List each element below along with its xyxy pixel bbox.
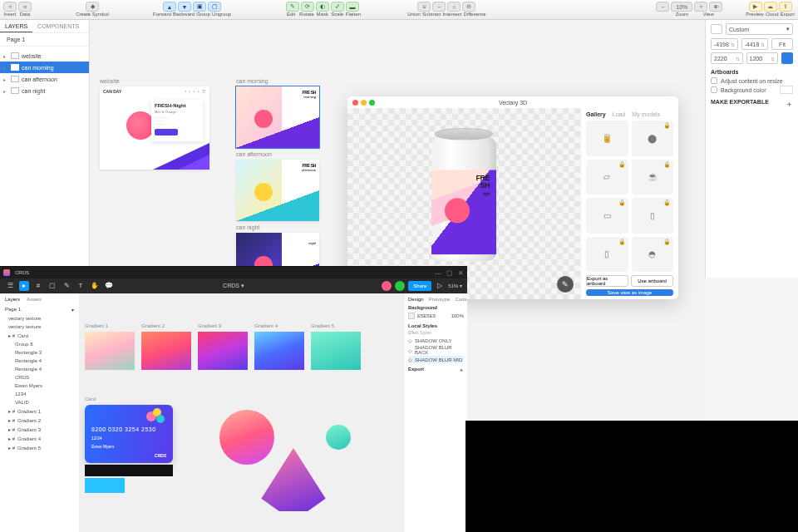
create-symbol-button[interactable]: ◆: [86, 2, 99, 12]
view-button[interactable]: 👁: [709, 2, 722, 12]
frame-label[interactable]: Gradient 5: [311, 323, 334, 328]
frame-label[interactable]: Gradient 1: [85, 323, 108, 328]
layer-can-afternoon[interactable]: ▸can afternoon: [0, 73, 89, 85]
forward-button[interactable]: ▲: [163, 2, 176, 12]
figma-layer[interactable]: vectary texture: [0, 314, 79, 323]
layer-can-morning[interactable]: ▸can morning: [0, 62, 89, 73]
artboard-label-website[interactable]: website: [100, 78, 120, 84]
bg-row[interactable]: E5E5E5100%: [408, 312, 464, 320]
figma-layer[interactable]: Rectangle 4: [0, 357, 79, 365]
figma-layer[interactable]: CRDS: [0, 373, 79, 382]
artboard-label-morning[interactable]: can morning: [236, 78, 268, 84]
frame-label[interactable]: Gradient 4: [254, 323, 278, 328]
figma-doc-title[interactable]: CRDS ▾: [223, 283, 244, 289]
tab-layers[interactable]: LAYERS: [0, 20, 32, 32]
hand-tool[interactable]: ✋: [90, 281, 100, 291]
present-button[interactable]: ▷: [435, 281, 445, 291]
tab-load[interactable]: Load: [613, 111, 626, 117]
figma-layer-card[interactable]: ▸ # Card: [0, 331, 79, 340]
figma-layer[interactable]: 1234: [0, 390, 79, 398]
figma-layer[interactable]: Ewan Myers: [0, 382, 79, 390]
figma-layer[interactable]: ▸ # Gradient 1: [0, 406, 79, 416]
figma-layer[interactable]: Rectangle 3: [0, 348, 79, 357]
avatar-1[interactable]: [382, 281, 392, 291]
gallery-item-can[interactable]: 🥫: [586, 121, 628, 156]
gradient-4[interactable]: [254, 332, 304, 370]
frame-tool[interactable]: #: [33, 281, 43, 291]
tab-components[interactable]: COMPONENTS: [32, 20, 84, 32]
edit-fab-button[interactable]: ✎: [557, 276, 574, 293]
preview-button[interactable]: ▶: [749, 2, 762, 12]
can-3d-model[interactable]: FRE SHnight: [431, 128, 496, 268]
cloud-button[interactable]: ☁: [764, 2, 777, 12]
figma-layer[interactable]: VALID: [0, 398, 79, 406]
artboard-can-morning[interactable]: FRE SH morning: [236, 86, 319, 148]
figma-tab-design[interactable]: Design: [408, 297, 424, 302]
mask-button[interactable]: ◐: [316, 2, 329, 12]
zoom-value[interactable]: 10%: [671, 2, 692, 12]
layer-can-night[interactable]: ▸can night: [0, 85, 89, 96]
gradient-3[interactable]: [198, 332, 248, 370]
frame-label[interactable]: Gradient 2: [141, 323, 165, 328]
figma-file-tab[interactable]: CRDS: [15, 270, 29, 275]
blob-triangle[interactable]: [258, 448, 329, 511]
figma-logo-icon[interactable]: [3, 269, 10, 276]
figma-layer[interactable]: Rectangle 4: [0, 365, 79, 373]
orientation-button[interactable]: [781, 52, 793, 64]
card-blue-rect[interactable]: [85, 478, 125, 493]
artboard-label-afternoon[interactable]: can afternoon: [236, 151, 272, 157]
move-tool[interactable]: ▸: [19, 281, 29, 291]
save-view-button[interactable]: Save view as image: [586, 289, 673, 296]
fit-button[interactable]: Fit: [771, 38, 793, 50]
figma-zoom[interactable]: 51% ▾: [448, 283, 462, 288]
group-button[interactable]: ▣: [193, 2, 206, 12]
frame-label[interactable]: Gradient 3: [198, 323, 221, 328]
figma-tab-prototype[interactable]: Prototype: [429, 297, 451, 302]
figma-page-row[interactable]: Page 1▾: [0, 305, 79, 314]
data-button[interactable]: ≡: [18, 2, 32, 12]
style-row[interactable]: ◇ SHADOW ONLY: [408, 337, 464, 344]
section-exportable[interactable]: MAKE EXPORTABLE＋: [711, 99, 793, 105]
gallery-item-phone[interactable]: 🔒▯: [586, 237, 628, 273]
insert-button[interactable]: ＋: [3, 2, 17, 12]
tab-my-models[interactable]: My models: [632, 111, 660, 117]
section-export[interactable]: Export＋: [408, 367, 464, 372]
text-tool[interactable]: T: [76, 281, 86, 291]
blob-small-circle[interactable]: [326, 425, 351, 450]
responsive-icon[interactable]: [711, 24, 722, 34]
figma-layer[interactable]: vectary texture: [0, 323, 79, 331]
artboard-label-night[interactable]: can night: [236, 224, 259, 230]
subtract-button[interactable]: −: [432, 2, 446, 12]
y-field[interactable]: -4418⇅: [741, 38, 769, 50]
backward-button[interactable]: ▼: [178, 2, 191, 12]
w-field[interactable]: 2220⇅: [711, 52, 743, 64]
ungroup-button[interactable]: ▢: [208, 2, 221, 12]
gallery-item-mug[interactable]: 🔒☕: [632, 160, 674, 195]
shape-tool[interactable]: ▢: [47, 281, 57, 291]
figma-tab-assets[interactable]: Assets: [27, 297, 42, 302]
zoom-out-button[interactable]: −: [656, 2, 669, 12]
scale-button[interactable]: ⤢: [331, 2, 344, 12]
adjust-content-row[interactable]: Adjust content on resize: [711, 77, 793, 84]
gallery-item-disc[interactable]: 🔒⬤: [632, 121, 674, 156]
export-artboard-button[interactable]: Export as artboard: [586, 275, 628, 287]
preset-select[interactable]: Custom▾: [726, 23, 793, 35]
edit-button[interactable]: ✎: [286, 2, 299, 12]
figma-layer[interactable]: ▸ # Gradient 3: [0, 425, 79, 434]
credit-card-frame[interactable]: 8200 0320 3254 2530 12/24 Ewan Myers CRD…: [85, 405, 173, 463]
figma-layer[interactable]: ▸ # Gradient 4: [0, 434, 79, 443]
gradient-2[interactable]: [141, 332, 191, 370]
win-minimize-icon[interactable]: —: [435, 269, 441, 277]
style-row[interactable]: ◇ SHADOW BLUR BACK: [408, 344, 464, 356]
vectary-titlebar[interactable]: Vectary 3D: [347, 96, 678, 108]
frame-label-card[interactable]: Card: [85, 397, 96, 401]
gradient-5[interactable]: [311, 332, 361, 370]
comment-tool[interactable]: 💬: [104, 281, 114, 291]
export-button[interactable]: ⇪: [779, 2, 792, 12]
card-back-strip[interactable]: [85, 465, 173, 476]
layer-website[interactable]: ▸website: [0, 50, 89, 62]
share-button[interactable]: Share: [408, 281, 431, 291]
pen-tool[interactable]: ✎: [62, 281, 71, 291]
style-row-selected[interactable]: ◇ SHADOW BLUR MID: [408, 356, 464, 363]
page-row[interactable]: Page 1: [0, 33, 89, 47]
